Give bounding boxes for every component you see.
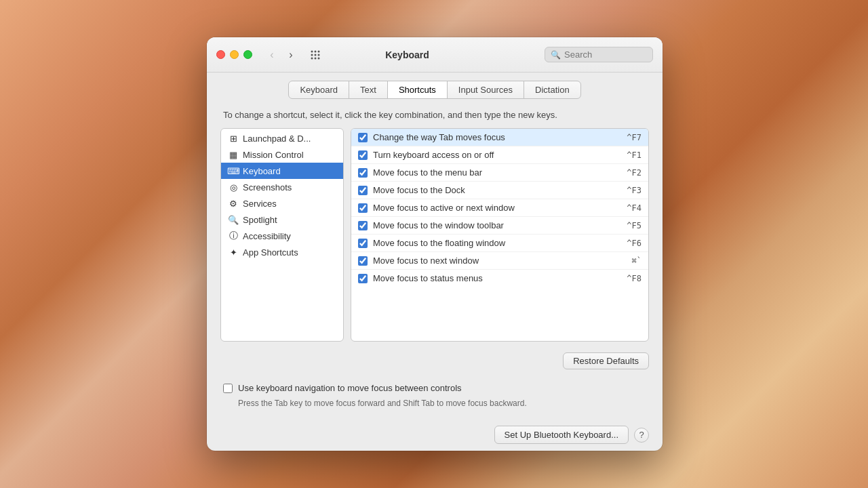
shortcut-label-status-menus: Move focus to status menus xyxy=(373,273,609,283)
shortcut-row-tab-focus[interactable]: Change the way Tab moves focus ^F7 xyxy=(351,129,648,146)
shortcut-key-toolbar: ^F5 xyxy=(614,221,642,230)
help-button[interactable]: ? xyxy=(634,428,649,443)
shortcut-checkbox-menu-bar[interactable] xyxy=(358,168,368,178)
shortcut-checkbox-toolbar[interactable] xyxy=(358,221,368,230)
shortcut-checkbox-status-menus[interactable] xyxy=(358,274,368,283)
shortcut-row-next-window[interactable]: Move focus to next window ⌘` xyxy=(351,252,648,270)
shortcut-row-active-window[interactable]: Move focus to active or next window ^F4 xyxy=(351,199,648,217)
bluetooth-keyboard-button[interactable]: Set Up Bluetooth Keyboard... xyxy=(494,426,629,444)
shortcut-checkbox-floating[interactable] xyxy=(358,239,368,248)
nav-checkbox-row: Use keyboard navigation to move focus be… xyxy=(223,380,646,396)
shortcut-row-toolbar[interactable]: Move focus to the window toolbar ^F5 xyxy=(351,217,648,235)
shortcut-label-floating: Move focus to the floating window xyxy=(373,238,609,248)
shortcut-key-keyboard-access: ^F1 xyxy=(614,150,642,160)
minimize-button[interactable] xyxy=(230,50,239,59)
shortcut-key-floating: ^F6 xyxy=(614,239,642,248)
shortcut-key-tab-focus: ^F7 xyxy=(614,133,642,142)
nav-checkbox[interactable] xyxy=(223,384,233,393)
shortcuts-panel: Change the way Tab moves focus ^F7 Turn … xyxy=(351,128,649,342)
sidebar-item-label: Screenshots xyxy=(243,182,292,192)
shortcut-row-status-menus[interactable]: Move focus to status menus ^F8 xyxy=(351,270,648,287)
traffic-lights xyxy=(216,50,252,59)
content-area: To change a shortcut, select it, click t… xyxy=(207,99,663,419)
instruction-text: To change a shortcut, select it, click t… xyxy=(220,110,649,120)
search-box[interactable]: 🔍 xyxy=(545,47,653,62)
shortcut-key-status-menus: ^F8 xyxy=(614,274,642,283)
sidebar-item-label: Launchpad & D... xyxy=(243,134,311,144)
keyboard-icon: ⌨ xyxy=(228,165,239,176)
shortcut-checkbox-dock[interactable] xyxy=(358,186,368,195)
keyboard-preferences-window: ‹ › Keyboard 🔍 Keyboard Text Short xyxy=(207,37,663,451)
app-shortcuts-icon: ✦ xyxy=(228,247,239,258)
launchpad-icon: ⊞ xyxy=(228,133,239,144)
sidebar-item-services[interactable]: ⚙ Services xyxy=(221,195,343,211)
shortcut-checkbox-keyboard-access[interactable] xyxy=(358,150,368,160)
shortcut-key-next-window: ⌘` xyxy=(614,256,642,266)
close-button[interactable] xyxy=(216,50,225,59)
shortcut-key-menu-bar: ^F2 xyxy=(614,168,642,178)
tab-shortcuts[interactable]: Shortcuts xyxy=(387,81,448,99)
titlebar: ‹ › Keyboard 🔍 xyxy=(207,37,663,73)
sidebar-item-label: Spotlight xyxy=(243,215,277,225)
sidebar-item-label: Mission Control xyxy=(243,150,304,160)
tab-input-sources[interactable]: Input Sources xyxy=(447,81,524,99)
shortcut-key-active-window: ^F4 xyxy=(614,203,642,213)
shortcut-label-menu-bar: Move focus to the menu bar xyxy=(373,167,609,178)
sidebar-list: ⊞ Launchpad & D... ▦ Mission Control ⌨ K… xyxy=(220,128,344,342)
footer: Set Up Bluetooth Keyboard... ? xyxy=(207,419,663,451)
search-input[interactable] xyxy=(564,49,647,60)
search-icon: 🔍 xyxy=(551,50,561,60)
maximize-button[interactable] xyxy=(243,50,252,59)
shortcut-row-keyboard-access[interactable]: Turn keyboard access on or off ^F1 xyxy=(351,146,648,164)
restore-btn-row: Restore Defaults xyxy=(220,350,649,372)
spotlight-icon: 🔍 xyxy=(228,214,239,225)
shortcut-row-dock[interactable]: Move focus to the Dock ^F3 xyxy=(351,182,648,199)
sidebar-item-accessibility[interactable]: ⓘ Accessibility xyxy=(221,228,343,244)
sidebar-item-label: Services xyxy=(243,199,277,209)
shortcut-row-menu-bar[interactable]: Move focus to the menu bar ^F2 xyxy=(351,164,648,182)
shortcut-label-active-window: Move focus to active or next window xyxy=(373,203,609,213)
nav-checkbox-label: Use keyboard navigation to move focus be… xyxy=(238,383,462,393)
tab-keyboard[interactable]: Keyboard xyxy=(288,81,349,99)
bottom-section: Use keyboard navigation to move focus be… xyxy=(220,380,649,408)
sidebar-item-launchpad[interactable]: ⊞ Launchpad & D... xyxy=(221,130,343,146)
mission-control-icon: ▦ xyxy=(228,149,239,160)
sidebar-item-spotlight[interactable]: 🔍 Spotlight xyxy=(221,211,343,228)
sidebar-item-mission-control[interactable]: ▦ Mission Control xyxy=(221,146,343,163)
accessibility-icon: ⓘ xyxy=(228,230,239,241)
shortcut-key-dock: ^F3 xyxy=(614,186,642,195)
sidebar-item-label: App Shortcuts xyxy=(243,247,298,258)
main-area: ⊞ Launchpad & D... ▦ Mission Control ⌨ K… xyxy=(220,128,649,342)
shortcut-label-dock: Move focus to the Dock xyxy=(373,185,609,195)
shortcut-label-keyboard-access: Turn keyboard access on or off xyxy=(373,150,609,160)
sidebar-item-keyboard[interactable]: ⌨ Keyboard xyxy=(221,163,343,179)
shortcut-checkbox-next-window[interactable] xyxy=(358,256,368,266)
shortcut-label-tab-focus: Change the way Tab moves focus xyxy=(373,132,609,142)
tabs-bar: Keyboard Text Shortcuts Input Sources Di… xyxy=(207,73,663,99)
sidebar-item-screenshots[interactable]: ◎ Screenshots xyxy=(221,179,343,195)
sidebar-item-label: Keyboard xyxy=(243,166,281,176)
shortcut-row-floating[interactable]: Move focus to the floating window ^F6 xyxy=(351,235,648,252)
tab-text[interactable]: Text xyxy=(349,81,388,99)
nav-hint: Press the Tab key to move focus forward … xyxy=(223,399,646,408)
tab-dictation[interactable]: Dictation xyxy=(524,81,581,99)
shortcut-label-next-window: Move focus to next window xyxy=(373,256,609,266)
restore-defaults-button[interactable]: Restore Defaults xyxy=(563,352,649,369)
window-title: Keyboard xyxy=(275,49,539,60)
shortcut-checkbox-active-window[interactable] xyxy=(358,203,368,213)
sidebar-item-label: Accessibility xyxy=(243,231,291,241)
shortcut-label-toolbar: Move focus to the window toolbar xyxy=(373,220,609,230)
screenshots-icon: ◎ xyxy=(228,182,239,192)
sidebar-item-app-shortcuts[interactable]: ✦ App Shortcuts xyxy=(221,244,343,260)
shortcut-checkbox-tab-focus[interactable] xyxy=(358,133,368,142)
services-icon: ⚙ xyxy=(228,198,239,209)
